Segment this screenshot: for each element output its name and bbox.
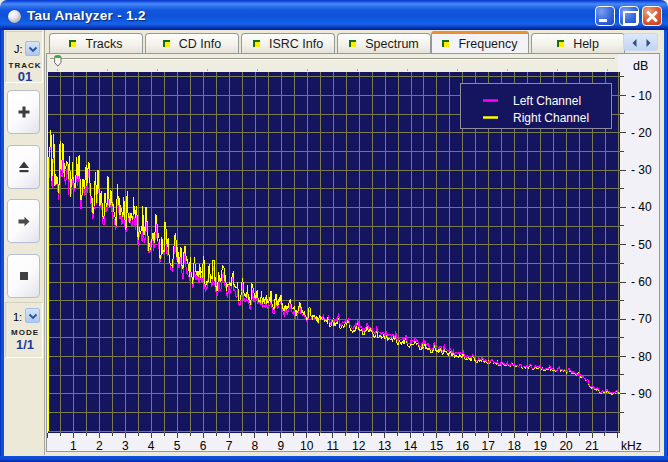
svg-text:2: 2	[96, 439, 103, 453]
svg-text:10: 10	[300, 439, 314, 453]
svg-text:- 90: - 90	[631, 387, 652, 401]
svg-text:Left Channel: Left Channel	[513, 94, 581, 108]
svg-text:4: 4	[148, 439, 155, 453]
svg-text:- 30: - 30	[631, 163, 652, 177]
svg-text:11: 11	[326, 439, 339, 453]
svg-text:dB: dB	[633, 59, 648, 73]
svg-text:- 60: - 60	[631, 275, 652, 289]
svg-text:- 10: - 10	[631, 89, 652, 103]
svg-text:8: 8	[252, 439, 259, 453]
svg-text:- 20: - 20	[631, 126, 652, 140]
svg-text:kHz: kHz	[621, 439, 642, 453]
svg-text:17: 17	[482, 439, 496, 453]
svg-text:18: 18	[508, 439, 522, 453]
svg-text:15: 15	[430, 439, 444, 453]
svg-text:16: 16	[456, 439, 470, 453]
svg-text:14: 14	[404, 439, 418, 453]
svg-text:7: 7	[226, 439, 233, 453]
svg-text:9: 9	[278, 439, 285, 453]
svg-text:20: 20	[559, 439, 573, 453]
svg-text:- 80: - 80	[631, 350, 652, 364]
svg-text:- 70: - 70	[631, 312, 652, 326]
svg-text:Right Channel: Right Channel	[513, 111, 589, 125]
svg-text:- 40: - 40	[631, 200, 652, 214]
svg-text:5: 5	[174, 439, 181, 453]
svg-text:3: 3	[122, 439, 129, 453]
svg-text:6: 6	[200, 439, 207, 453]
svg-text:12: 12	[352, 439, 366, 453]
svg-text:- 50: - 50	[631, 238, 652, 252]
svg-text:13: 13	[378, 439, 392, 453]
svg-text:1: 1	[70, 439, 77, 453]
svg-text:19: 19	[534, 439, 548, 453]
svg-text:21: 21	[585, 439, 599, 453]
